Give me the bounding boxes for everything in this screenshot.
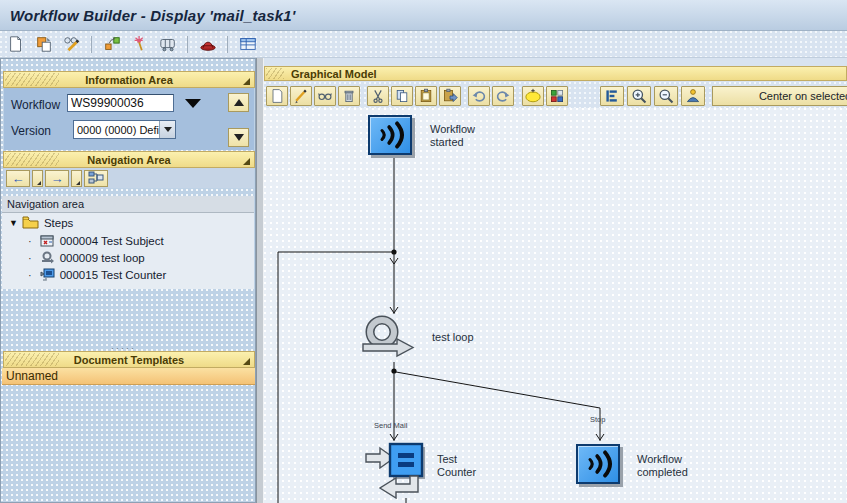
header-hatch bbox=[5, 73, 59, 86]
tree-item-test-counter[interactable]: · 000015 Test Counter bbox=[28, 268, 166, 281]
where-used-button[interactable] bbox=[101, 34, 122, 55]
tree-bullet: · bbox=[28, 269, 32, 281]
gm-redo-button[interactable] bbox=[492, 86, 514, 106]
gm-new-button[interactable] bbox=[266, 86, 288, 106]
gm-align-blocks-button[interactable] bbox=[546, 86, 568, 106]
tree-item-test-loop[interactable]: · 000009 test loop bbox=[28, 251, 145, 264]
arrow-down-icon bbox=[234, 134, 244, 141]
template-item-label: Unnamed bbox=[6, 369, 58, 383]
label-line: completed bbox=[637, 466, 688, 479]
graphical-model-header[interactable]: Graphical Model bbox=[264, 66, 847, 81]
gm-paste-insert-button[interactable] bbox=[439, 86, 461, 106]
loop-node[interactable] bbox=[360, 314, 416, 362]
caption-text: Navigation area bbox=[7, 198, 84, 210]
arrow-right-icon: → bbox=[51, 172, 64, 185]
document-template-item-unnamed[interactable]: Unnamed bbox=[2, 368, 255, 385]
clipboard-arrow-icon bbox=[442, 88, 458, 104]
gm-copy-button[interactable] bbox=[391, 86, 413, 106]
test-counter-node[interactable] bbox=[364, 440, 434, 500]
gm-cut-button[interactable] bbox=[367, 86, 389, 106]
gm-zoom-out-button[interactable] bbox=[654, 86, 678, 106]
gm-display-button[interactable] bbox=[314, 86, 336, 106]
folder-icon bbox=[22, 216, 39, 229]
page-title: Workflow Builder - Display 'mail_task1' bbox=[0, 7, 296, 24]
loop-step-icon bbox=[40, 251, 55, 264]
where-used-icon bbox=[103, 35, 121, 53]
test-counter-label: Test Counter bbox=[437, 453, 476, 479]
wand-button[interactable] bbox=[129, 34, 150, 55]
version-field-label: Version bbox=[11, 124, 51, 138]
pencil-icon bbox=[293, 88, 309, 104]
label-line: Workflow bbox=[637, 453, 688, 466]
workflow-builder-window: Workflow Builder - Display 'mail_task1' bbox=[0, 0, 847, 503]
copy-button[interactable] bbox=[33, 34, 54, 55]
arrow-left-icon: ← bbox=[12, 172, 25, 185]
gm-delete-button[interactable] bbox=[338, 86, 360, 106]
information-area-title: Information Area bbox=[85, 74, 173, 86]
gm-undo-button[interactable] bbox=[468, 86, 490, 106]
person-icon bbox=[685, 88, 701, 104]
tree-bullet: · bbox=[28, 252, 32, 264]
navigation-area-title: Navigation Area bbox=[87, 154, 170, 166]
new-document-icon bbox=[269, 88, 285, 104]
gm-full-view-button[interactable] bbox=[681, 86, 705, 106]
gm-zoom-in-button[interactable] bbox=[627, 86, 651, 106]
mini-triangle-icon bbox=[76, 181, 80, 185]
new-document-icon bbox=[7, 35, 25, 53]
back-history-button[interactable] bbox=[32, 170, 43, 187]
overview-button[interactable] bbox=[237, 34, 258, 55]
title-bar: Workflow Builder - Display 'mail_task1' bbox=[0, 0, 847, 31]
workflow-started-node[interactable] bbox=[368, 115, 412, 155]
gm-paste-button[interactable] bbox=[415, 86, 437, 106]
mini-triangle-icon bbox=[37, 181, 41, 185]
combo-dropdown-button[interactable] bbox=[159, 121, 175, 138]
expander-icon[interactable]: ▼ bbox=[9, 218, 18, 228]
tree-item-test-subject[interactable]: · 000004 Test Subject bbox=[28, 234, 164, 247]
tree-item-label: 000015 Test Counter bbox=[60, 269, 167, 281]
label-line: started bbox=[430, 136, 475, 149]
display-change-button[interactable] bbox=[61, 34, 82, 55]
gm-insert-node-button[interactable] bbox=[522, 86, 544, 106]
header-hatch bbox=[5, 153, 59, 166]
panel-splitter[interactable] bbox=[256, 58, 264, 503]
workflow-completed-node[interactable] bbox=[576, 444, 620, 484]
navigation-area-header[interactable]: Navigation Area bbox=[3, 151, 255, 168]
workflow-input[interactable] bbox=[67, 94, 174, 112]
tree-root-label: Steps bbox=[44, 217, 73, 229]
forward-history-button[interactable] bbox=[71, 170, 82, 187]
document-templates-header[interactable]: Document Templates bbox=[3, 351, 255, 368]
gm-levels-button[interactable] bbox=[600, 86, 624, 106]
hat-icon bbox=[199, 35, 217, 53]
header-hatch bbox=[266, 68, 284, 79]
tree-item-label: 000009 test loop bbox=[60, 252, 145, 264]
workflow-dropdown-icon[interactable] bbox=[185, 99, 201, 108]
zoom-out-icon bbox=[658, 88, 675, 105]
table-icon bbox=[239, 35, 257, 53]
undo-arrow-icon bbox=[471, 88, 487, 104]
information-area-header[interactable]: Information Area bbox=[3, 71, 255, 88]
navigate-back-button[interactable]: ← bbox=[6, 170, 30, 187]
gm-edit-button[interactable] bbox=[290, 86, 312, 106]
document-templates-title: Document Templates bbox=[74, 354, 184, 366]
start-workflow-button[interactable] bbox=[197, 34, 218, 55]
navigate-forward-button[interactable]: → bbox=[45, 170, 69, 187]
container-operation-icon bbox=[364, 440, 434, 500]
magic-wand-icon bbox=[131, 35, 149, 53]
glasses-icon bbox=[317, 88, 333, 104]
header-hatch bbox=[5, 353, 59, 366]
hierarchy-view-button[interactable] bbox=[84, 170, 108, 187]
scroll-up-button[interactable] bbox=[228, 93, 249, 112]
collapse-triangle-icon bbox=[243, 158, 250, 165]
yellow-oval-icon bbox=[524, 88, 542, 104]
zoom-in-icon bbox=[631, 88, 648, 105]
scroll-down-button[interactable] bbox=[228, 128, 249, 147]
label-line: Counter bbox=[437, 466, 476, 479]
version-combobox[interactable]: 0000 (0000) Definition bbox=[73, 120, 176, 139]
create-button[interactable] bbox=[5, 34, 26, 55]
tree-root-steps[interactable]: ▼ Steps bbox=[9, 216, 73, 229]
hierarchy-icon bbox=[88, 171, 104, 185]
test-button[interactable] bbox=[157, 34, 178, 55]
toolbar-separator bbox=[227, 36, 228, 53]
center-on-selected-button[interactable]: Center on selected obje bbox=[712, 86, 847, 106]
container-step-icon bbox=[40, 268, 55, 281]
